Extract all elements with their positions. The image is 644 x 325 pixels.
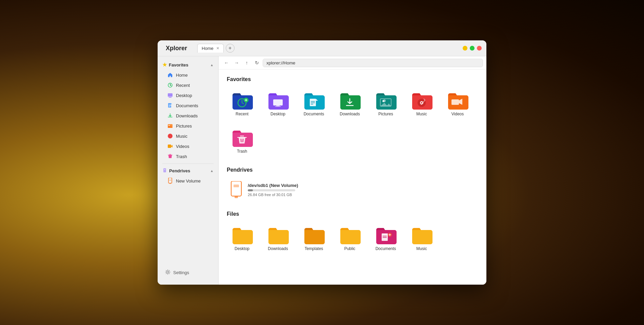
files-folder-label-public: Public [344,246,356,252]
maximize-button[interactable] [470,46,475,51]
settings-icon [165,269,170,276]
folder-item-desktop[interactable]: Desktop [263,88,293,120]
folder-icon-recent [231,91,253,110]
files-grid: Desktop Downloads [227,223,478,254]
files-folder-documents[interactable]: Documents [370,223,401,254]
pendrives-label: Pendrives [169,168,190,173]
refresh-button[interactable]: ↻ [253,58,261,67]
svg-rect-3 [168,97,172,98]
svg-rect-25 [310,99,316,106]
close-button[interactable] [477,46,482,51]
files-folder-public[interactable]: Public [335,223,365,254]
back-button[interactable]: ← [222,58,231,67]
sidebar-item-trash-label: Trash [176,154,187,159]
files-folder-label-downloads: Downloads [268,246,288,252]
files-folder-music[interactable]: Music [406,223,437,254]
folder-icon-documents [303,91,325,110]
folder-item-downloads[interactable]: Downloads [335,88,365,120]
files-folder-label-music: Music [416,246,427,252]
tab-close-icon[interactable]: ✕ [216,46,219,50]
documents-icon [167,102,173,109]
videos-icon [167,143,173,149]
sidebar-item-music[interactable]: Music [160,131,216,141]
svg-point-31 [382,100,384,102]
folder-icon-music [411,91,432,110]
favorites-label: Favorites [169,62,188,68]
pendrives-grid: /dev/sdb1 (New Volume) 26.84 GB free of … [227,178,478,201]
sidebar-item-new-volume[interactable]: New Volume [160,176,216,186]
folder-item-music[interactable]: Music [406,88,437,120]
svg-rect-13 [168,145,171,148]
folder-label-pictures: Pictures [378,112,393,117]
svg-rect-1 [168,93,173,97]
folder-item-pictures[interactable]: Pictures [370,88,401,120]
recent-icon [167,82,173,88]
folder-icon-desktop [267,91,289,110]
sidebar-item-home-label: Home [176,73,188,78]
tab-home[interactable]: Home ✕ [197,44,224,53]
svg-rect-14 [163,168,166,172]
favorites-grid: Recent Desktop [227,88,478,157]
files-folder-templates[interactable]: Templates [299,223,329,254]
folder-item-trash[interactable]: Trash [227,125,257,157]
pictures-icon [167,123,173,129]
svg-rect-17 [169,180,171,180]
sidebar: ★ Favorites ▲ Home [158,56,219,285]
files-folder-label-desktop: Desktop [235,246,249,252]
forward-button[interactable]: → [232,58,241,67]
star-icon: ★ [162,62,167,68]
files-folder-desktop[interactable]: Desktop [227,223,257,254]
sidebar-item-pictures[interactable]: Pictures [160,121,216,131]
sidebar-item-trash[interactable]: Trash [160,152,216,161]
sidebar-item-videos[interactable]: Videos [160,141,216,151]
trash-icon [167,153,173,159]
folder-label-videos: Videos [451,112,464,117]
new-tab-button[interactable]: + [226,44,235,53]
pendrives-section-title: Pendrives [227,167,478,173]
address-bar[interactable] [263,59,483,67]
minimize-button[interactable] [463,46,467,51]
sidebar-item-home[interactable]: Home [160,70,216,80]
svg-rect-24 [275,106,281,107]
main-layout: ★ Favorites ▲ Home [158,56,486,285]
app-window: Xplorer Home ✕ + ★ Favorites ▲ [158,40,486,285]
pendrives-header: Pendrives ▲ [158,166,218,176]
tabs-bar: Home ✕ + [197,44,482,53]
sidebar-item-documents[interactable]: Documents [160,101,216,110]
folder-item-documents[interactable]: Documents [299,88,329,120]
files-folder-icon-documents [375,225,397,244]
new-volume-icon [167,178,173,184]
pendrive-info: /dev/sdb1 (New Volume) 26.84 GB free of … [248,183,298,197]
app-title: Xplorer [166,45,187,52]
collapse-favorites-icon[interactable]: ▲ [210,63,214,67]
desktop-icon [167,92,173,98]
up-button[interactable]: ↑ [242,58,251,67]
settings-item[interactable]: Settings [162,267,214,278]
collapse-pendrives-icon[interactable]: ▲ [210,169,214,173]
files-folder-icon-templates [303,225,325,244]
sidebar-item-desktop[interactable]: Desktop [160,91,216,100]
folder-label-recent: Recent [236,112,248,117]
sidebar-item-desktop-label: Desktop [176,93,192,98]
folder-item-recent[interactable]: Recent [227,88,257,120]
sidebar-item-recent[interactable]: Recent [160,80,216,90]
file-content: Favorites Recent [219,70,486,285]
sidebar-item-downloads[interactable]: Downloads [160,111,216,120]
folder-icon-pictures [375,91,397,110]
folder-label-trash: Trash [237,149,247,154]
folder-icon-downloads [339,91,361,110]
svg-point-12 [170,136,170,136]
folder-item-videos[interactable]: Videos [442,88,473,120]
folder-label-music: Music [416,112,427,117]
svg-rect-42 [382,233,388,241]
folder-label-documents: Documents [304,112,324,117]
pendrive-item-new-volume[interactable]: /dev/sdb1 (New Volume) 26.84 GB free of … [227,178,315,201]
files-folder-downloads[interactable]: Downloads [263,223,293,254]
files-section-title: Files [227,211,478,217]
folder-label-downloads: Downloads [340,112,360,117]
folder-label-desktop: Desktop [270,112,285,117]
favorites-header: ★ Favorites ▲ [158,60,218,70]
svg-rect-35 [451,99,459,105]
pendrive-name: /dev/sdb1 (New Volume) [248,183,298,188]
svg-rect-4 [168,103,171,108]
